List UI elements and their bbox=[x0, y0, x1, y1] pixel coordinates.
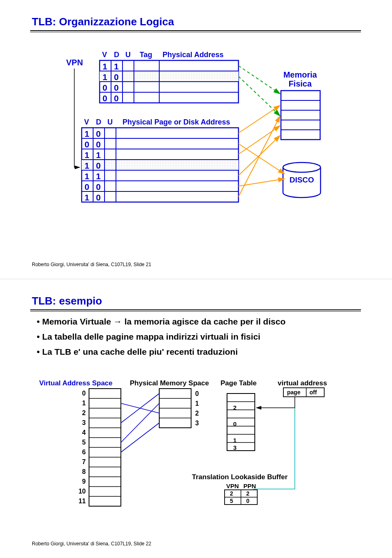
svg-text:Virtual Address Space: Virtual Address Space bbox=[39, 379, 113, 387]
bullet-1: Memoria Virtuale → la memoria agisce da … bbox=[37, 314, 355, 329]
svg-text:DISCO: DISCO bbox=[290, 176, 314, 184]
page-table: V D U Physical Page or Disk Address 1 0 … bbox=[82, 118, 238, 202]
slide-title: TLB: esempio bbox=[32, 295, 102, 307]
svg-text:1: 1 bbox=[85, 193, 89, 202]
svg-text:virtual address: virtual address bbox=[278, 379, 327, 387]
svg-text:1: 1 bbox=[102, 72, 107, 82]
title-rule bbox=[30, 309, 361, 311]
svg-text:0: 0 bbox=[96, 161, 101, 170]
svg-text:0: 0 bbox=[233, 420, 236, 427]
svg-rect-29 bbox=[82, 160, 238, 170]
svg-text:3: 3 bbox=[195, 420, 199, 427]
svg-text:U: U bbox=[125, 51, 131, 59]
bullet-3: La TLB e' una cache delle piu' recenti t… bbox=[37, 345, 355, 360]
tlb-table: V D U Tag Physical Address 1 1 1 0 0 0 0… bbox=[100, 51, 238, 103]
svg-text:0: 0 bbox=[96, 193, 101, 202]
svg-text:2: 2 bbox=[246, 490, 249, 497]
svg-text:1: 1 bbox=[96, 171, 101, 181]
svg-text:6: 6 bbox=[82, 449, 86, 456]
svg-text:off: off bbox=[310, 389, 317, 396]
svg-text:0: 0 bbox=[246, 498, 249, 504]
svg-text:0: 0 bbox=[96, 182, 101, 191]
svg-text:2: 2 bbox=[82, 409, 86, 416]
svg-text:VPN: VPN bbox=[226, 482, 239, 489]
svg-text:0: 0 bbox=[195, 390, 199, 397]
svg-text:0: 0 bbox=[85, 140, 89, 149]
svg-text:0: 0 bbox=[85, 182, 89, 191]
svg-text:0: 0 bbox=[114, 83, 119, 92]
svg-text:Tag: Tag bbox=[140, 51, 152, 59]
svg-text:11: 11 bbox=[78, 498, 86, 505]
svg-text:10: 10 bbox=[78, 488, 86, 495]
svg-text:9: 9 bbox=[82, 478, 86, 485]
svg-text:page: page bbox=[287, 389, 301, 396]
svg-text:3: 3 bbox=[82, 419, 86, 426]
svg-text:1: 1 bbox=[85, 150, 89, 160]
svg-text:1: 1 bbox=[85, 161, 89, 170]
svg-text:D: D bbox=[96, 118, 101, 126]
svg-text:5: 5 bbox=[82, 439, 86, 446]
svg-text:Physical Memory Space: Physical Memory Space bbox=[130, 379, 209, 387]
svg-text:Memoria: Memoria bbox=[283, 70, 317, 79]
svg-text:5: 5 bbox=[230, 498, 233, 504]
vas-block: 01234567891011 bbox=[78, 389, 121, 506]
svg-text:1: 1 bbox=[82, 400, 86, 407]
svg-text:0: 0 bbox=[102, 93, 107, 103]
svg-text:2: 2 bbox=[230, 490, 233, 497]
diagram-s21: VPN V D U Tag Physical Address 1 1 1 0 0… bbox=[0, 0, 392, 253]
svg-text:2: 2 bbox=[233, 404, 236, 411]
svg-rect-8 bbox=[100, 71, 238, 82]
svg-text:0: 0 bbox=[114, 93, 119, 103]
slide-footer: Roberto Giorgi, Universita' di Siena, C1… bbox=[32, 541, 151, 547]
svg-text:1: 1 bbox=[233, 437, 236, 444]
svg-text:Physical Page or Disk Address: Physical Page or Disk Address bbox=[122, 118, 230, 126]
svg-text:0: 0 bbox=[96, 140, 101, 149]
bullet-2: La tabella delle pagine mappa indirizzi … bbox=[37, 329, 355, 345]
svg-text:0: 0 bbox=[82, 390, 86, 397]
page-table-block: 2 0 1 3 bbox=[227, 393, 255, 451]
svg-text:0: 0 bbox=[102, 83, 107, 92]
bullets: Memoria Virtuale → la memoria agisce da … bbox=[37, 314, 355, 359]
svg-rect-55 bbox=[281, 91, 320, 140]
slide-22: TLB: esempio Memoria Virtuale → la memor… bbox=[0, 279, 392, 558]
svg-text:1: 1 bbox=[114, 62, 119, 71]
svg-text:V: V bbox=[84, 118, 89, 126]
memory-box: Memoria Fisica bbox=[281, 70, 320, 140]
slide-21: TLB: Organizzazione Logica VPN V D bbox=[0, 0, 392, 279]
pms-block: 0 1 2 3 bbox=[159, 389, 199, 428]
svg-text:1: 1 bbox=[96, 150, 101, 160]
vpn-label: VPN bbox=[66, 58, 83, 67]
svg-text:V: V bbox=[102, 51, 107, 59]
svg-text:0: 0 bbox=[96, 129, 101, 138]
svg-text:2: 2 bbox=[195, 410, 199, 417]
svg-text:U: U bbox=[107, 118, 113, 126]
svg-text:Translation Lookaside Buffer: Translation Lookaside Buffer bbox=[192, 473, 288, 481]
svg-text:Physical Address: Physical Address bbox=[163, 51, 223, 59]
svg-point-60 bbox=[283, 162, 321, 172]
svg-text:0: 0 bbox=[114, 72, 119, 82]
svg-text:1: 1 bbox=[102, 62, 107, 71]
svg-text:7: 7 bbox=[82, 458, 86, 465]
svg-rect-98 bbox=[227, 393, 255, 451]
disk-icon: DISCO bbox=[283, 162, 321, 198]
diagram-s22: Virtual Address Space Physical Memory Sp… bbox=[0, 373, 392, 558]
svg-text:4: 4 bbox=[82, 429, 86, 436]
svg-text:3: 3 bbox=[233, 444, 236, 451]
svg-text:8: 8 bbox=[82, 468, 86, 475]
slide-footer: Roberto Giorgi, Universita' di Siena, C1… bbox=[32, 262, 151, 267]
svg-text:Page Table: Page Table bbox=[220, 379, 257, 387]
svg-text:PPN: PPN bbox=[243, 482, 256, 489]
svg-text:1: 1 bbox=[85, 171, 89, 181]
svg-text:1: 1 bbox=[85, 129, 89, 138]
svg-text:Fisica: Fisica bbox=[289, 79, 312, 88]
svg-text:D: D bbox=[114, 51, 119, 59]
svg-text:1: 1 bbox=[195, 400, 199, 407]
